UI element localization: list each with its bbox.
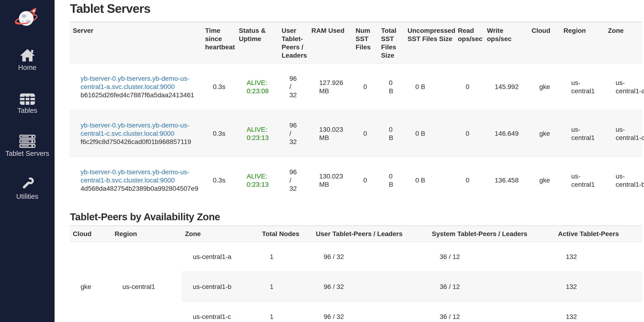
user-tablets-cell: 96 / 32	[278, 110, 308, 157]
sidebar-item-home[interactable]: Home	[0, 47, 54, 72]
sidebar-item-label: Tablet Servers	[6, 149, 49, 158]
col-header-user-peers: User Tablet-Peers / Leaders	[313, 226, 429, 242]
az-zone-cell: us-central1-a	[182, 242, 259, 272]
az-cloud-cell: gke	[70, 242, 112, 322]
az-user-cell: 96 / 32	[313, 272, 429, 302]
table-row: yb-tserver-0.yb-tservers.yb-demo-us-cent…	[70, 110, 642, 157]
sidebar-item-utilities[interactable]: Utilities	[0, 176, 54, 201]
status-badge: ALIVE: 0:23:08	[236, 63, 278, 110]
sidebar-item-label: Tables	[18, 106, 37, 115]
az-nodes-cell: 1	[259, 242, 313, 272]
az-user-cell: 96 / 32	[313, 302, 429, 322]
az-region-cell: us-central1	[112, 242, 182, 322]
col-header-active-peers: Active Tablet-Peers	[555, 226, 642, 242]
region-cell: us-central1	[560, 110, 605, 157]
server-link[interactable]: yb-tserver-0.yb-tservers.yb-demo-us-cent…	[80, 83, 200, 90]
server-cell: yb-tserver-0.yb-tservers.yb-demo-us-cent…	[70, 157, 202, 204]
col-header-status: Status & Uptime	[236, 22, 278, 63]
uncompressed-sst-cell: 0 B	[404, 157, 455, 204]
tablet-servers-header-row: Server Time since heartbeat Status & Upt…	[70, 22, 642, 63]
az-system-cell: 36 / 12	[429, 272, 555, 302]
heartbeat-cell: 0.3s	[202, 63, 236, 110]
az-system-cell: 36 / 12	[429, 302, 555, 322]
tables-icon	[19, 90, 36, 105]
col-header-total-nodes: Total Nodes	[259, 226, 313, 242]
table-row: gke us-central1 us-central1-a 1 96 / 32 …	[70, 242, 642, 272]
sidebar-item-tables[interactable]: Tables	[0, 90, 54, 115]
uncompressed-sst-cell: 0 B	[404, 110, 455, 157]
read-ops-cell: 0	[455, 110, 484, 157]
write-ops-cell: 145.992	[484, 63, 528, 110]
user-tablets-cell: 96 / 32	[278, 63, 308, 110]
ram-cell: 130.023 MB	[308, 110, 352, 157]
zone-cell: us-central1-a	[605, 63, 642, 110]
table-row: yb-tserver-0.yb-tservers.yb-demo-us-cent…	[70, 63, 642, 110]
server-link[interactable]: yb-tserver-0.yb-tservers.yb-demo-us-cent…	[80, 177, 200, 184]
app-window: Home Tables	[0, 0, 644, 322]
sidebar-item-tablet-servers[interactable]: Tablet Servers	[0, 133, 54, 158]
table-row: yb-tserver-0.yb-tservers.yb-demo-us-cent…	[70, 157, 642, 204]
az-zone-cell: us-central1-c	[182, 302, 259, 322]
total-sst-cell: 0 B	[378, 63, 404, 110]
server-uuid: 4d568da482754b2389b0a992804507e9	[80, 184, 200, 193]
az-table: Cloud Region Zone Total Nodes User Table…	[70, 225, 642, 322]
col-header-system-peers: System Tablet-Peers / Leaders	[429, 226, 555, 242]
col-header-region: Region	[112, 226, 182, 242]
home-icon	[20, 47, 35, 62]
col-header-read-ops: Read ops/sec	[455, 22, 484, 63]
num-sst-cell: 0	[352, 110, 378, 157]
section-title-az: Tablet-Peers by Availability Zone	[70, 211, 642, 225]
sidebar-item-label: Home	[18, 63, 36, 72]
col-header-cloud: Cloud	[528, 22, 560, 63]
write-ops-cell: 136.458	[484, 157, 528, 204]
wrench-icon	[20, 176, 35, 191]
zone-cell: us-central1-b	[605, 157, 642, 204]
az-nodes-cell: 1	[259, 302, 313, 322]
total-sst-cell: 0 B	[378, 157, 404, 204]
user-tablets-cell: 96 / 32	[278, 157, 308, 204]
sidebar: Home Tables	[0, 0, 54, 322]
col-header-ram: RAM Used	[308, 22, 352, 63]
col-header-total-sst: Total SST Files Size	[378, 22, 404, 63]
az-active-cell: 132	[555, 302, 642, 322]
yugabyte-logo-icon	[14, 6, 40, 29]
region-cell: us-central1	[560, 63, 605, 110]
sidebar-item-label: Utilities	[16, 192, 38, 201]
server-cell: yb-tserver-0.yb-tservers.yb-demo-us-cent…	[70, 110, 202, 157]
col-header-user-tablets: User Tablet-Peers / Leaders	[278, 22, 308, 63]
az-system-cell: 36 / 12	[429, 242, 555, 272]
read-ops-cell: 0	[455, 63, 484, 110]
write-ops-cell: 146.649	[484, 110, 528, 157]
read-ops-cell: 0	[455, 157, 484, 204]
num-sst-cell: 0	[352, 63, 378, 110]
region-cell: us-central1	[560, 157, 605, 204]
heartbeat-cell: 0.3s	[202, 157, 236, 204]
az-zone-cell: us-central1-b	[182, 272, 259, 302]
server-uuid: b61625d26fed4c7887f6a5daa2413461	[80, 91, 200, 99]
main-content: Tablet Servers Server Time since heartbe…	[54, 0, 644, 322]
col-header-server: Server	[70, 22, 202, 63]
num-sst-cell: 0	[352, 157, 378, 204]
az-user-cell: 96 / 32	[313, 242, 429, 272]
cloud-cell: gke	[528, 157, 560, 204]
heartbeat-cell: 0.3s	[202, 110, 236, 157]
col-header-zone: Zone	[605, 22, 642, 63]
uncompressed-sst-cell: 0 B	[404, 63, 455, 110]
total-sst-cell: 0 B	[378, 110, 404, 157]
az-header-row: Cloud Region Zone Total Nodes User Table…	[70, 226, 642, 242]
servers-icon	[19, 133, 36, 148]
ram-cell: 127.926 MB	[308, 63, 352, 110]
ram-cell: 130.023 MB	[308, 157, 352, 204]
cloud-cell: gke	[528, 110, 560, 157]
az-active-cell: 132	[555, 272, 642, 302]
server-cell: yb-tserver-0.yb-tservers.yb-demo-us-cent…	[70, 63, 202, 110]
az-active-cell: 132	[555, 242, 642, 272]
az-nodes-cell: 1	[259, 272, 313, 302]
tablet-servers-table: Server Time since heartbeat Status & Upt…	[70, 22, 642, 204]
page-title: Tablet Servers	[70, 1, 642, 15]
sidebar-nav: Home Tables	[0, 47, 54, 219]
server-link[interactable]: yb-tserver-0.yb-tservers.yb-demo-us-cent…	[80, 130, 200, 137]
yugabyte-logo[interactable]	[14, 6, 40, 29]
col-header-cloud: Cloud	[70, 226, 112, 242]
col-header-uncompressed-sst: Uncompressed SST Files Size	[404, 22, 455, 63]
